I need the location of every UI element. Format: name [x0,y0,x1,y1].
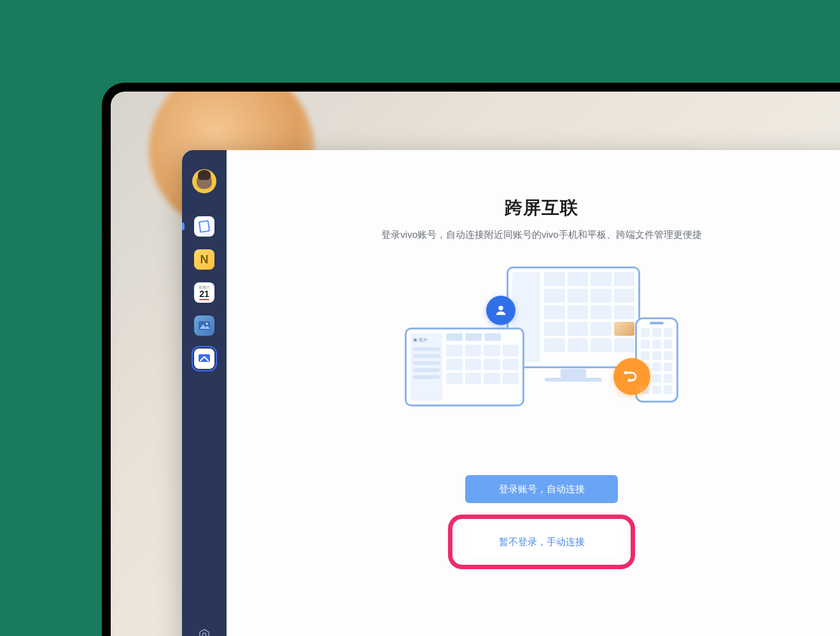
illustration-tablet: ▣ 照片 [405,328,524,406]
sidebar: N 星期六 21 [182,150,227,636]
gear-icon [197,628,211,636]
laptop-screen: N 星期六 21 跨屏互联 登录v [111,92,840,636]
notes-icon: N [200,253,209,266]
svg-rect-1 [200,221,209,232]
svg-point-6 [202,633,206,636]
user-badge-icon [486,296,515,325]
document-icon [198,219,211,233]
svg-point-8 [624,371,627,375]
tablet-sidebar-label: ▣ 照片 [413,337,440,343]
highlight-annotation: 暂不登录，手动连接 [448,515,635,569]
cast-icon [198,354,211,364]
gallery-icon [199,321,210,330]
skip-manual-connect-button[interactable]: 暂不登录，手动连接 [465,528,618,556]
app-window: N 星期六 21 跨屏互联 登录v [182,150,840,636]
main-content: 跨屏互联 登录vivo账号，自动连接附近同账号的vivo手机和平板、跨端文件管理… [227,150,840,636]
hero-illustration: ▣ 照片 [405,266,678,419]
sidebar-item-calendar[interactable]: 星期六 21 [194,282,214,303]
page-subtitle: 登录vivo账号，自动连接附近同账号的vivo手机和平板、跨端文件管理更便捷 [381,229,701,241]
link-badge-icon [613,358,650,395]
svg-point-9 [628,379,631,382]
calendar-day: 21 [199,289,209,298]
sidebar-item-gallery[interactable] [194,315,214,336]
settings-button[interactable] [195,626,213,636]
laptop-bezel: N 星期六 21 跨屏互联 登录v [102,83,840,636]
illustration-monitor [507,266,640,368]
login-auto-connect-button[interactable]: 登录账号，自动连接 [465,475,618,503]
svg-point-4 [206,323,208,325]
sidebar-item-documents[interactable] [194,216,214,237]
calendar-underline-icon [199,299,209,300]
avatar[interactable] [192,169,216,193]
sidebar-item-notes[interactable]: N [194,249,214,270]
svg-point-7 [498,306,503,310]
sidebar-item-cross-screen[interactable] [194,349,214,369]
page-title: 跨屏互联 [505,196,578,220]
